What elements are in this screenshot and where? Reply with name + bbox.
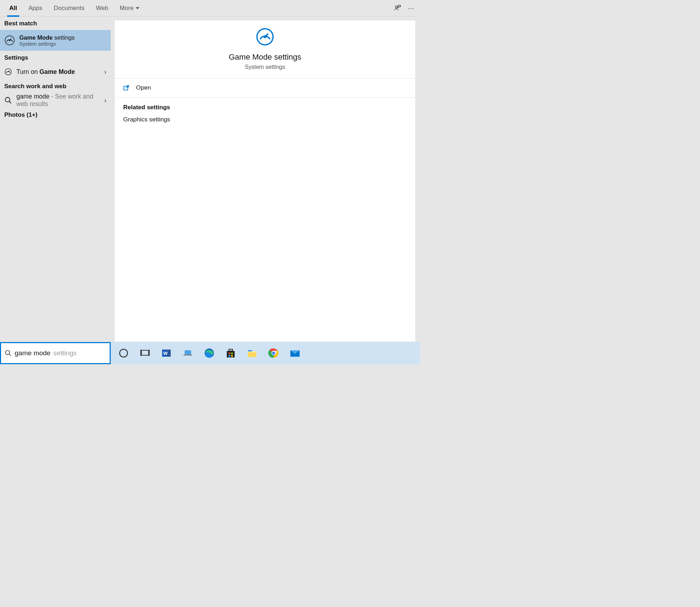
svg-line-14	[9, 354, 11, 356]
settings-item-game-mode[interactable]: Turn on Game Mode ›	[0, 64, 111, 79]
chevron-right-icon: ›	[104, 97, 106, 104]
search-suggestion: settings	[53, 349, 76, 357]
svg-rect-16	[141, 350, 149, 355]
gauge-icon	[4, 35, 15, 46]
open-icon	[123, 85, 130, 91]
svg-point-3	[9, 40, 10, 41]
related-settings-label: Related settings	[123, 104, 407, 111]
svg-point-15	[120, 349, 128, 357]
best-match-title-bold: Game Mode	[19, 34, 53, 41]
best-match-item[interactable]: Game Mode settings System settings	[0, 30, 111, 51]
svg-point-10	[264, 36, 266, 37]
search-icon	[5, 350, 12, 357]
best-match-title-rest: settings	[53, 34, 75, 41]
gauge-icon	[256, 27, 274, 46]
chevron-right-icon: ›	[104, 68, 106, 76]
web-search-item[interactable]: game mode - See work and web results ›	[0, 93, 111, 108]
svg-rect-26	[229, 349, 232, 351]
bottom-bar: game mode settings W	[0, 342, 420, 364]
open-label: Open	[136, 84, 151, 91]
menu-dots-icon[interactable]: ⋯	[408, 4, 415, 12]
section-settings: Settings	[0, 51, 111, 64]
tab-label: Documents	[54, 5, 84, 12]
laptop-icon[interactable]	[182, 347, 194, 359]
related-link-graphics[interactable]: Graphics settings	[123, 116, 407, 123]
related-link-text: Graphics settings	[123, 116, 170, 123]
tab-label: Apps	[29, 5, 42, 12]
svg-line-7	[9, 101, 11, 104]
topbar-actions: ⋯	[394, 4, 420, 12]
gauge-icon	[4, 68, 12, 76]
tab-web[interactable]: Web	[90, 0, 114, 16]
tab-label: All	[9, 5, 17, 12]
explorer-icon[interactable]	[246, 347, 258, 359]
svg-rect-30	[231, 355, 233, 357]
feedback-icon[interactable]	[394, 4, 401, 12]
svg-text:W: W	[163, 351, 168, 356]
search-tabs: All Apps Documents Web More ⋯	[0, 0, 420, 16]
preview-header: Game Mode settings System settings	[115, 20, 415, 79]
section-search-web: Search work and web	[0, 79, 111, 93]
svg-point-0	[395, 6, 398, 8]
svg-rect-22	[185, 350, 191, 355]
svg-point-6	[5, 97, 10, 102]
tab-apps[interactable]: Apps	[23, 0, 48, 16]
store-icon[interactable]	[225, 347, 236, 359]
cortana-icon[interactable]	[118, 347, 129, 359]
section-best-match: Best match	[0, 16, 111, 30]
tab-label: More	[120, 5, 134, 12]
preview-body: Related settings Graphics settings	[115, 97, 415, 130]
svg-rect-28	[231, 352, 233, 354]
preview-title: Game Mode settings	[115, 52, 415, 62]
tab-more[interactable]: More	[114, 0, 145, 16]
svg-rect-29	[229, 355, 230, 357]
preview-open-action[interactable]: Open	[115, 79, 415, 97]
settings-bold: Game Mode	[40, 68, 75, 75]
chrome-icon[interactable]	[268, 347, 279, 359]
section-photos: Photos (1+)	[0, 108, 111, 121]
search-typed: game mode	[15, 349, 50, 357]
svg-rect-33	[248, 351, 256, 352]
mail-icon[interactable]	[289, 347, 301, 359]
svg-rect-23	[184, 355, 192, 356]
best-match-text: Game Mode settings System settings	[19, 34, 75, 47]
taskbar: W	[111, 342, 420, 364]
search-icon	[4, 96, 12, 104]
task-view-icon[interactable]	[139, 347, 151, 359]
preview-column: Game Mode settings System settings Open …	[111, 16, 420, 342]
search-input[interactable]: game mode settings	[0, 342, 111, 364]
word-icon[interactable]: W	[161, 347, 172, 359]
tab-all[interactable]: All	[4, 0, 23, 16]
chevron-down-icon	[136, 7, 139, 9]
results-column: Best match Game Mode settings System set…	[0, 16, 111, 342]
tab-label: Web	[96, 5, 108, 12]
web-query: game mode	[16, 93, 49, 100]
svg-rect-27	[229, 352, 230, 354]
preview-subtitle: System settings	[115, 64, 415, 70]
preview-card: Game Mode settings System settings Open …	[114, 20, 416, 342]
svg-rect-25	[227, 351, 235, 357]
search-body: Best match Game Mode settings System set…	[0, 16, 420, 342]
settings-prefix: Turn on	[16, 68, 40, 75]
svg-point-13	[6, 351, 10, 355]
edge-icon[interactable]	[204, 347, 215, 359]
tab-documents[interactable]: Documents	[48, 0, 90, 16]
best-match-subtitle: System settings	[19, 41, 75, 47]
